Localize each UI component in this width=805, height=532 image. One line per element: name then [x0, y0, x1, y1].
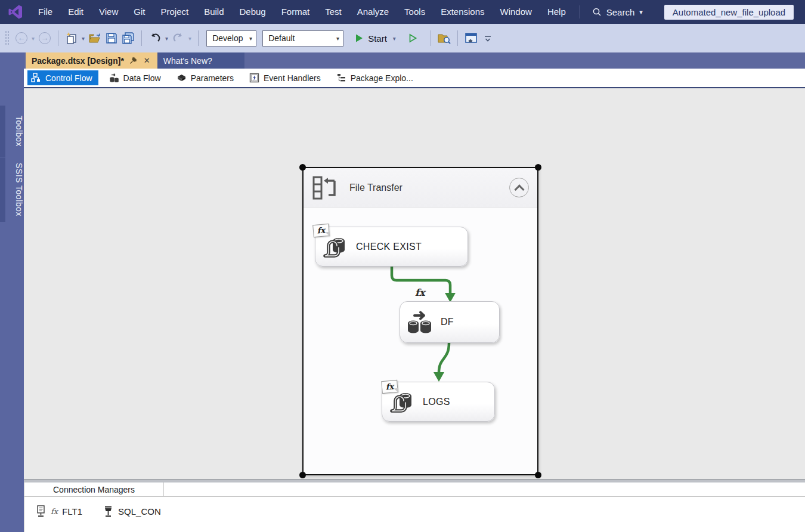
search-control[interactable]: Search ▾	[586, 0, 649, 24]
redo-caret-icon[interactable]: ▾	[187, 35, 193, 42]
navigate-forward-button[interactable]: →	[37, 29, 52, 48]
task-df[interactable]: DF	[400, 301, 500, 343]
sequence-container-icon	[310, 175, 336, 200]
tab-label: Parameters	[191, 73, 234, 83]
play-icon	[354, 33, 364, 43]
tab-whats-new[interactable]: What's New?	[157, 52, 244, 69]
start-debug-button[interactable]: Start ▾	[352, 29, 400, 48]
undo-caret-icon[interactable]: ▾	[163, 35, 170, 42]
selection-handle[interactable]	[535, 164, 541, 171]
event-handlers-icon	[249, 73, 259, 83]
task-label: CHECK EXIST	[356, 242, 422, 252]
pin-icon[interactable]	[129, 57, 137, 64]
menu-build[interactable]: Build	[196, 0, 231, 24]
search-caret-icon: ▾	[639, 8, 643, 16]
menu-tools[interactable]: Tools	[397, 0, 433, 24]
solution-configuration-dropdown[interactable]: Develop ▾	[206, 30, 256, 47]
tab-data-flow[interactable]: Data Flow	[104, 71, 166, 85]
menu-file[interactable]: File	[30, 0, 60, 24]
search-icon	[592, 7, 602, 17]
toolbar-overflow-button[interactable]	[480, 29, 496, 48]
execute-sql-task-icon	[321, 234, 348, 260]
configuration-value: Develop	[212, 33, 243, 43]
solution-platform-dropdown[interactable]: Default ▾	[262, 30, 343, 47]
tab-control-flow[interactable]: Control Flow	[27, 70, 98, 85]
start-label: Start	[368, 33, 387, 44]
menu-view[interactable]: View	[91, 0, 126, 24]
fx-expression-adorner: fx	[415, 287, 425, 298]
control-flow-design-surface[interactable]: File Transfer	[24, 88, 805, 479]
ssis-designer-tab-strip: Control Flow Data Flow Parameters	[0, 69, 805, 88]
file-connection-icon	[35, 505, 47, 518]
sequence-container-title: File Transfer	[349, 183, 402, 193]
menu-edit[interactable]: Edit	[60, 0, 91, 24]
folder-search-icon	[437, 32, 451, 45]
solution-name-badge[interactable]: Automated_new_file_upload	[664, 5, 794, 20]
selection-handle[interactable]	[299, 472, 306, 478]
connection-manager-sql-con[interactable]: SQL_CON	[103, 505, 161, 518]
new-project-icon	[65, 32, 78, 45]
dropdown-caret-icon: ▾	[244, 35, 252, 42]
platform-value: Default	[268, 33, 295, 43]
tab-label: Data Flow	[123, 73, 161, 83]
save-button[interactable]	[104, 29, 119, 48]
toolbar-drag-handle[interactable]	[5, 30, 10, 46]
menu-window[interactable]: Window	[493, 0, 540, 24]
connection-managers-header: Connection Managers	[24, 482, 805, 497]
menu-debug[interactable]: Debug	[232, 0, 274, 24]
standard-toolbar: ← ▾ → ▾	[0, 24, 805, 52]
collapse-container-button[interactable]	[509, 178, 529, 197]
connection-managers-tab[interactable]: Connection Managers	[24, 482, 164, 497]
left-tool-window-strip: Toolbox SSIS Toolbox	[0, 52, 24, 532]
connection-manager-flt1[interactable]: fx FLT1	[35, 505, 82, 518]
menu-help[interactable]: Help	[540, 0, 574, 24]
selection-handle[interactable]	[535, 472, 541, 478]
fx-expression-adorner: fx	[381, 380, 398, 394]
menu-git[interactable]: Git	[126, 0, 153, 24]
forward-arrow-icon: →	[39, 32, 51, 44]
navigate-back-caret-icon[interactable]: ▾	[30, 35, 36, 42]
redo-icon	[172, 32, 185, 45]
visual-studio-window: File Edit View Git Project Build Debug F…	[0, 0, 805, 532]
tab-label: Control Flow	[45, 73, 92, 83]
task-check-exist[interactable]: CHECK EXIST	[315, 227, 468, 267]
tab-label: Package Explo...	[351, 73, 413, 83]
connection-manager-name: FLT1	[62, 506, 82, 516]
navigate-back-button[interactable]: ←	[14, 29, 29, 48]
menu-test[interactable]: Test	[317, 0, 349, 24]
task-label: DF	[441, 317, 454, 327]
sequence-container-header[interactable]: File Transfer	[304, 168, 537, 208]
save-all-button[interactable]	[120, 29, 136, 48]
tab-parameters[interactable]: Parameters	[172, 71, 239, 85]
toolbar-separator	[58, 30, 58, 46]
connection-managers-pane: Connection Managers fx FLT1	[24, 482, 805, 532]
menu-analyze[interactable]: Analyze	[349, 0, 397, 24]
title-menu-bar: File Edit View Git Project Build Debug F…	[0, 0, 805, 24]
redo-button[interactable]	[171, 29, 186, 48]
save-all-icon	[121, 32, 135, 45]
menu-format[interactable]: Format	[274, 0, 318, 24]
tab-package-dtsx[interactable]: Package.dtsx [Design]* ✕	[26, 52, 157, 69]
find-in-files-button[interactable]	[436, 29, 452, 48]
toolbar-separator	[141, 30, 142, 46]
undo-button[interactable]	[147, 29, 163, 48]
visual-studio-logo	[8, 4, 23, 20]
parameters-icon	[177, 73, 187, 83]
close-icon[interactable]: ✕	[143, 56, 151, 65]
data-flow-task-icon	[406, 309, 432, 335]
menu-project[interactable]: Project	[153, 0, 196, 24]
tab-event-handlers[interactable]: Event Handlers	[244, 71, 326, 85]
new-project-caret-icon[interactable]: ▾	[80, 35, 86, 42]
sidebar-tab-toolbox[interactable]: Toolbox	[0, 108, 24, 154]
fx-expression-adorner: fx	[51, 507, 58, 516]
start-without-debugging-button[interactable]	[405, 29, 420, 48]
new-project-button[interactable]	[64, 29, 79, 48]
sidebar-tab-ssis-toolbox[interactable]: SSIS Toolbox	[0, 160, 24, 219]
web-browser-button[interactable]	[463, 29, 479, 48]
task-logs[interactable]: LOGS	[382, 382, 495, 422]
tab-package-explorer[interactable]: Package Explo...	[332, 71, 418, 85]
menu-extensions[interactable]: Extensions	[433, 0, 492, 24]
open-file-button[interactable]	[87, 29, 103, 48]
selection-handle[interactable]	[299, 164, 306, 171]
search-label: Search	[606, 7, 635, 17]
